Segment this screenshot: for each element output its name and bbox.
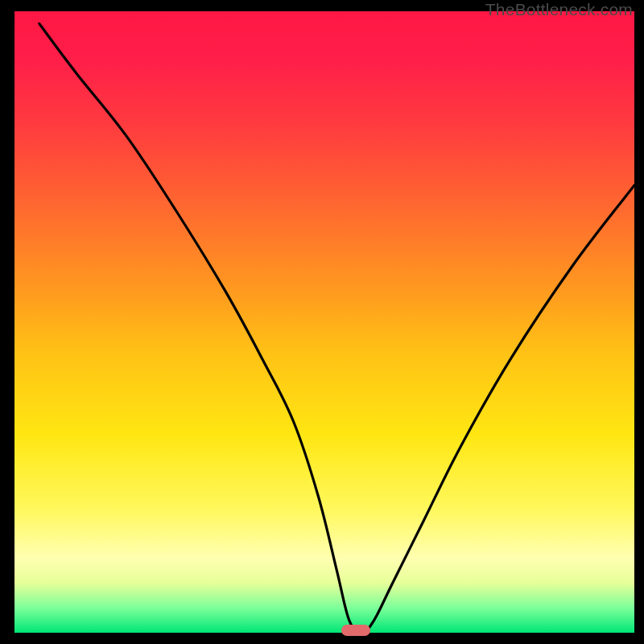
chart-stage: TheBottleneck.com	[0, 0, 644, 644]
bottleneck-curve	[14, 11, 634, 633]
watermark-text: TheBottleneck.com	[485, 0, 633, 19]
optimal-point-marker	[341, 625, 370, 636]
